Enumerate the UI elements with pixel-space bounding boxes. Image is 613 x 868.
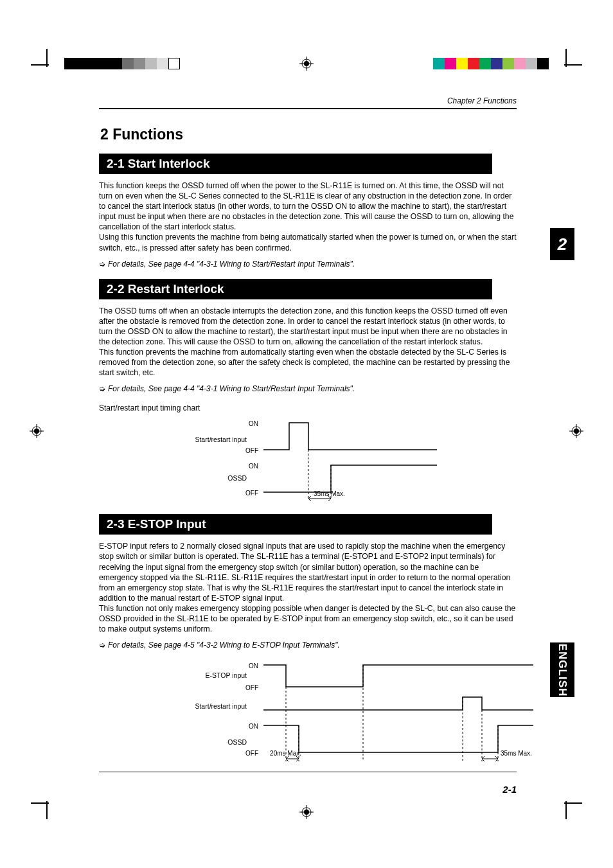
timing-annotation-35ms: 35ms Max. bbox=[501, 750, 539, 757]
level-on: ON bbox=[240, 420, 258, 427]
level-on: ON bbox=[240, 463, 258, 470]
language-tab: ENGLISH bbox=[550, 642, 574, 697]
color-swatches-right bbox=[433, 58, 549, 69]
signal-label-ossd: OSSD bbox=[195, 738, 247, 746]
section-body-2-2: The OSSD turns off when an obstacle inte… bbox=[99, 306, 517, 378]
registration-mark-icon bbox=[299, 57, 314, 71]
section-body-2-3: E-STOP input refers to 2 normally closed… bbox=[99, 541, 517, 634]
section-heading-2-2: 2-2 Restart Interlock bbox=[99, 279, 492, 299]
bottom-rule bbox=[99, 772, 517, 772]
section-body-2-1: This function keeps the OSSD turned off … bbox=[99, 181, 517, 253]
level-off: OFF bbox=[240, 490, 258, 497]
signal-label-estop: E-STOP input bbox=[195, 671, 247, 679]
ref-text: For details, See page 4-5 "4-3-2 Wiring … bbox=[108, 641, 340, 650]
level-off: OFF bbox=[240, 684, 258, 691]
crop-mark bbox=[565, 801, 567, 819]
level-on: ON bbox=[240, 662, 258, 669]
section-ref-2-3: ➭For details, See page 4-5 "4-3-2 Wiring… bbox=[99, 641, 517, 650]
timing-annotation-20ms: 20ms Max. bbox=[263, 750, 301, 757]
timing-chart-1: Start/restart input OSSD ON OFF ON OFF 3… bbox=[99, 416, 492, 506]
section-ref-2-2: ➭For details, See page 4-4 "4-3-1 Wiring… bbox=[99, 384, 517, 393]
crop-mark bbox=[31, 802, 49, 804]
registration-mark-icon bbox=[30, 424, 44, 438]
chapter-title: 2 Functions bbox=[100, 126, 517, 143]
timing-annotation-35ms: 35ms Max. bbox=[314, 490, 352, 497]
section-heading-2-1: 2-1 Start Interlock bbox=[99, 154, 492, 174]
color-swatches-left bbox=[64, 58, 180, 69]
crop-mark bbox=[46, 801, 48, 819]
crop-mark bbox=[564, 802, 582, 804]
crop-mark bbox=[564, 64, 582, 66]
signal-label-start-restart: Start/restart input bbox=[176, 436, 247, 443]
section-ref-2-1: ➭For details, See page 4-4 "4-3-1 Wiring… bbox=[99, 260, 517, 269]
crop-mark bbox=[31, 64, 49, 66]
chapter-tab: 2 bbox=[550, 228, 574, 260]
ref-text: For details, See page 4-4 "4-3-1 Wiring … bbox=[108, 260, 355, 269]
registration-mark-icon bbox=[299, 805, 314, 819]
level-on: ON bbox=[240, 723, 258, 730]
header-rule bbox=[99, 108, 517, 109]
page-number: 2-1 bbox=[99, 784, 517, 795]
section-heading-2-3: 2-3 E-STOP Input bbox=[99, 514, 492, 535]
timing-chart-caption: Start/restart input timing chart bbox=[99, 403, 517, 412]
level-off: OFF bbox=[240, 750, 258, 757]
language-label: ENGLISH bbox=[556, 643, 569, 696]
registration-mark-icon bbox=[569, 424, 583, 438]
page-content: Chapter 2 Functions 2 Functions 2-1 Star… bbox=[99, 96, 517, 795]
ref-text: For details, See page 4-4 "4-3-1 Wiring … bbox=[108, 384, 355, 393]
timing-chart-2: E-STOP input Start/restart input OSSD ON… bbox=[99, 660, 492, 769]
signal-label-start-restart: Start/restart input bbox=[176, 702, 247, 710]
signal-label-ossd: OSSD bbox=[195, 474, 247, 482]
running-header: Chapter 2 Functions bbox=[99, 96, 517, 105]
level-off: OFF bbox=[240, 447, 258, 454]
